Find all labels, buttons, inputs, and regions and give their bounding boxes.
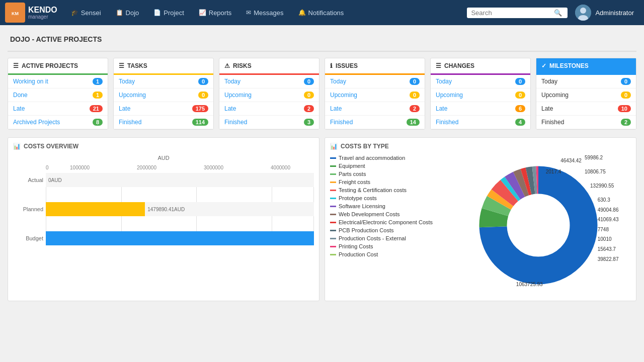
list-item[interactable]: Upcoming 0 <box>431 88 530 102</box>
currency-label: AUD <box>13 155 314 161</box>
dojo-icon: 📋 <box>116 9 123 16</box>
list-item[interactable]: Late 10 <box>536 102 636 116</box>
widget-active-projects: ☰ ACTIVE PROJECTS Working on it 1 Done 1… <box>8 58 108 130</box>
row-label: Today <box>224 78 240 85</box>
search-icon[interactable]: 🔍 <box>554 9 562 17</box>
row-label: Archived Projects <box>13 119 60 126</box>
nav-sensei-label: Sensei <box>81 9 101 17</box>
donut-chart: 46434.42 59986.2 2017.4 10806.75 132990.… <box>446 155 631 296</box>
reports-icon: 📈 <box>199 9 206 16</box>
planned-value: 1479890.41AUD <box>147 207 185 212</box>
badge: 0 <box>198 78 208 85</box>
list-item[interactable]: Today 0 <box>431 75 530 88</box>
row-label: Upcoming <box>436 92 463 99</box>
legend-label: Equipment <box>339 163 365 169</box>
nav-sensei[interactable]: 🎓 Sensei <box>65 0 107 25</box>
list-item[interactable]: Finished 3 <box>219 116 319 129</box>
risks-icon: ⚠ <box>224 62 230 69</box>
active-projects-title: ACTIVE PROJECTS <box>22 62 78 69</box>
search-input[interactable] <box>471 9 551 17</box>
legend-color <box>330 214 336 215</box>
donut-label: 630.3 <box>598 197 610 203</box>
nav-notifications[interactable]: 🔔 Notifications <box>292 0 350 25</box>
active-projects-header: ☰ ACTIVE PROJECTS <box>8 58 108 75</box>
legend-item: Freight costs <box>330 179 441 185</box>
row-label: Finished <box>436 119 458 126</box>
list-item[interactable]: Late 2 <box>219 102 319 116</box>
list-item[interactable]: Upcoming 0 <box>219 88 319 102</box>
milestones-header: ✓ MILESTONES <box>536 58 636 75</box>
list-item[interactable]: Finished 14 <box>325 116 425 129</box>
tasks-header: ☰ TASKS <box>114 58 213 75</box>
bar-chart-icon: 📊 <box>13 143 21 150</box>
legend-color <box>330 230 336 231</box>
milestones-title: MILESTONES <box>549 62 589 69</box>
nav-dojo[interactable]: 📋 Dojo <box>110 0 145 25</box>
logo[interactable]: KM KENDO manager <box>5 3 57 23</box>
list-item[interactable]: Late 6 <box>431 102 530 116</box>
actual-value: 0AUD <box>48 177 62 183</box>
legend-label: Printing Costs <box>339 243 373 249</box>
row-label: Late <box>224 105 236 112</box>
list-item[interactable]: Late 2 <box>325 102 425 116</box>
legend-label: PCB Production Costs <box>339 227 393 233</box>
list-item[interactable]: Today 0 <box>325 75 425 88</box>
legend-color <box>330 246 336 247</box>
widget-risks: ⚠ RISKS Today 0 Upcoming 0 Late 2 Finish… <box>219 58 319 130</box>
list-item[interactable]: Upcoming 0 <box>325 88 425 102</box>
nav-project-label: Project <box>164 9 184 17</box>
costs-overview-title: 📊 COSTS OVERVIEW <box>13 143 314 150</box>
nav-dojo-label: Dojo <box>126 9 139 17</box>
row-label: Upcoming <box>541 92 569 99</box>
list-item[interactable]: Upcoming 0 <box>536 88 636 102</box>
risks-title: RISKS <box>233 62 252 69</box>
legend-item: Electrical/Electronic Component Costs <box>330 219 441 225</box>
legend-label: Electrical/Electronic Component Costs <box>339 219 433 225</box>
notifications-icon: 🔔 <box>298 9 306 16</box>
list-item[interactable]: Archived Projects 8 <box>8 116 108 129</box>
list-item[interactable]: Finished 114 <box>114 116 213 129</box>
list-item[interactable]: Late 21 <box>8 102 108 116</box>
row-label: Late <box>436 105 447 112</box>
issues-title: ISSUES <box>336 62 358 69</box>
milestones-icon: ✓ <box>541 62 546 69</box>
list-item[interactable]: Upcoming 0 <box>114 88 213 102</box>
donut-area: Travel and accommodation Equipment Parts… <box>330 155 631 296</box>
badge: 2 <box>410 105 420 112</box>
list-item[interactable]: Today 0 <box>536 75 636 88</box>
svg-point-18 <box>507 194 570 256</box>
nav-messages[interactable]: ✉ Messages <box>240 0 289 25</box>
legend-label: Prototype costs <box>339 195 377 201</box>
row-label: Today <box>330 78 346 85</box>
row-label: Working on it <box>13 78 48 85</box>
row-label: Late <box>330 105 342 112</box>
list-item[interactable]: Finished 4 <box>431 116 530 129</box>
tasks-title: TASKS <box>127 62 147 69</box>
list-item[interactable]: Today 0 <box>219 75 319 88</box>
changes-header: ☰ CHANGES <box>431 58 530 75</box>
nav-project[interactable]: 📄 Project <box>147 0 190 25</box>
risks-header: ⚠ RISKS <box>219 58 319 75</box>
legend-label: Software Licensing <box>339 203 385 209</box>
search-box[interactable]: 🔍 <box>467 8 568 18</box>
list-item[interactable]: Late 175 <box>114 102 213 116</box>
donut-label: 59986.2 <box>585 155 603 160</box>
list-item[interactable]: Finished 2 <box>536 116 636 129</box>
user-area[interactable]: Administrator <box>570 5 639 21</box>
badge: 0 <box>198 92 208 99</box>
legend-color <box>330 190 336 191</box>
row-label: Late <box>119 105 130 112</box>
list-item[interactable]: Working on it 1 <box>8 75 108 88</box>
badge: 0 <box>515 78 525 85</box>
list-item[interactable]: Done 1 <box>8 88 108 102</box>
nav-reports[interactable]: 📈 Reports <box>193 0 238 25</box>
changes-title: CHANGES <box>444 62 474 69</box>
actual-label: Actual <box>13 177 43 183</box>
legend-item: Equipment <box>330 163 441 169</box>
list-item[interactable]: Today 0 <box>114 75 213 88</box>
badge: 3 <box>304 119 314 126</box>
legend-item: Production Costs - External <box>330 235 441 241</box>
bar-chart: AUD 0 1000000 2000000 3000000 4000000 <box>13 155 314 245</box>
row-label: Late <box>13 105 25 112</box>
issues-header: ℹ ISSUES <box>325 58 425 75</box>
